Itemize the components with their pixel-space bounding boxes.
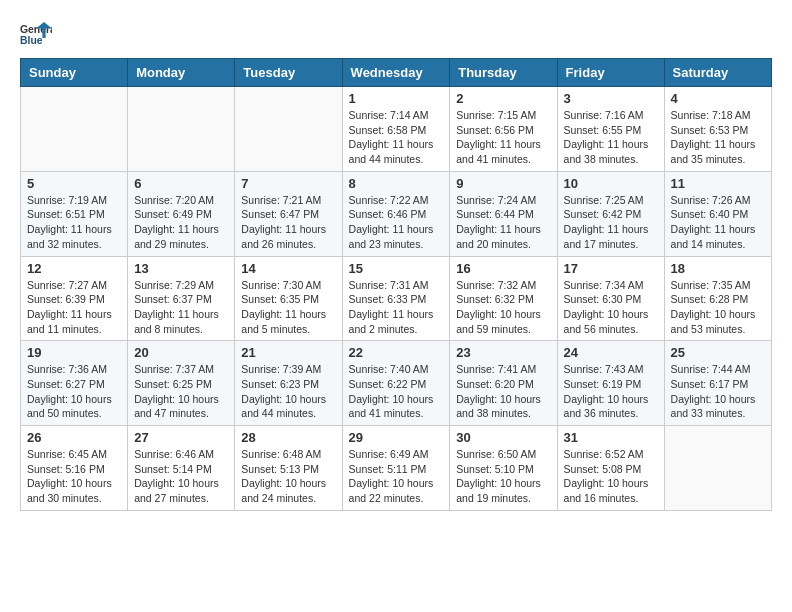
day-info: Sunrise: 7:25 AM Sunset: 6:42 PM Dayligh… [564,193,658,252]
calendar-cell: 15Sunrise: 7:31 AM Sunset: 6:33 PM Dayli… [342,256,450,341]
calendar-week-row: 1Sunrise: 7:14 AM Sunset: 6:58 PM Daylig… [21,87,772,172]
calendar-cell: 14Sunrise: 7:30 AM Sunset: 6:35 PM Dayli… [235,256,342,341]
day-number: 25 [671,345,765,360]
day-info: Sunrise: 7:36 AM Sunset: 6:27 PM Dayligh… [27,362,121,421]
calendar-cell: 19Sunrise: 7:36 AM Sunset: 6:27 PM Dayli… [21,341,128,426]
calendar-header-wednesday: Wednesday [342,59,450,87]
calendar-cell: 4Sunrise: 7:18 AM Sunset: 6:53 PM Daylig… [664,87,771,172]
day-number: 10 [564,176,658,191]
calendar-cell [128,87,235,172]
day-info: Sunrise: 7:16 AM Sunset: 6:55 PM Dayligh… [564,108,658,167]
svg-text:Blue: Blue [20,35,43,46]
calendar-cell: 22Sunrise: 7:40 AM Sunset: 6:22 PM Dayli… [342,341,450,426]
day-info: Sunrise: 7:14 AM Sunset: 6:58 PM Dayligh… [349,108,444,167]
day-number: 21 [241,345,335,360]
calendar-cell: 23Sunrise: 7:41 AM Sunset: 6:20 PM Dayli… [450,341,557,426]
day-number: 19 [27,345,121,360]
day-info: Sunrise: 7:40 AM Sunset: 6:22 PM Dayligh… [349,362,444,421]
day-number: 5 [27,176,121,191]
day-info: Sunrise: 7:22 AM Sunset: 6:46 PM Dayligh… [349,193,444,252]
calendar-cell [21,87,128,172]
day-info: Sunrise: 6:49 AM Sunset: 5:11 PM Dayligh… [349,447,444,506]
calendar-cell: 21Sunrise: 7:39 AM Sunset: 6:23 PM Dayli… [235,341,342,426]
day-info: Sunrise: 7:26 AM Sunset: 6:40 PM Dayligh… [671,193,765,252]
day-info: Sunrise: 7:34 AM Sunset: 6:30 PM Dayligh… [564,278,658,337]
calendar-cell: 13Sunrise: 7:29 AM Sunset: 6:37 PM Dayli… [128,256,235,341]
calendar-cell: 5Sunrise: 7:19 AM Sunset: 6:51 PM Daylig… [21,171,128,256]
day-info: Sunrise: 7:35 AM Sunset: 6:28 PM Dayligh… [671,278,765,337]
day-info: Sunrise: 6:48 AM Sunset: 5:13 PM Dayligh… [241,447,335,506]
calendar-week-row: 5Sunrise: 7:19 AM Sunset: 6:51 PM Daylig… [21,171,772,256]
calendar-cell: 28Sunrise: 6:48 AM Sunset: 5:13 PM Dayli… [235,426,342,511]
day-number: 22 [349,345,444,360]
day-info: Sunrise: 7:31 AM Sunset: 6:33 PM Dayligh… [349,278,444,337]
calendar-week-row: 26Sunrise: 6:45 AM Sunset: 5:16 PM Dayli… [21,426,772,511]
day-info: Sunrise: 7:20 AM Sunset: 6:49 PM Dayligh… [134,193,228,252]
day-number: 12 [27,261,121,276]
day-info: Sunrise: 7:39 AM Sunset: 6:23 PM Dayligh… [241,362,335,421]
day-info: Sunrise: 7:44 AM Sunset: 6:17 PM Dayligh… [671,362,765,421]
calendar-cell: 27Sunrise: 6:46 AM Sunset: 5:14 PM Dayli… [128,426,235,511]
day-info: Sunrise: 7:21 AM Sunset: 6:47 PM Dayligh… [241,193,335,252]
day-number: 20 [134,345,228,360]
calendar-cell: 20Sunrise: 7:37 AM Sunset: 6:25 PM Dayli… [128,341,235,426]
calendar-cell: 24Sunrise: 7:43 AM Sunset: 6:19 PM Dayli… [557,341,664,426]
calendar-cell: 11Sunrise: 7:26 AM Sunset: 6:40 PM Dayli… [664,171,771,256]
day-info: Sunrise: 7:18 AM Sunset: 6:53 PM Dayligh… [671,108,765,167]
calendar-header-friday: Friday [557,59,664,87]
day-info: Sunrise: 7:43 AM Sunset: 6:19 PM Dayligh… [564,362,658,421]
calendar-cell: 17Sunrise: 7:34 AM Sunset: 6:30 PM Dayli… [557,256,664,341]
day-number: 11 [671,176,765,191]
day-number: 6 [134,176,228,191]
day-info: Sunrise: 7:27 AM Sunset: 6:39 PM Dayligh… [27,278,121,337]
day-number: 24 [564,345,658,360]
day-number: 31 [564,430,658,445]
calendar-cell: 18Sunrise: 7:35 AM Sunset: 6:28 PM Dayli… [664,256,771,341]
calendar-cell: 31Sunrise: 6:52 AM Sunset: 5:08 PM Dayli… [557,426,664,511]
day-number: 14 [241,261,335,276]
calendar-cell: 9Sunrise: 7:24 AM Sunset: 6:44 PM Daylig… [450,171,557,256]
day-number: 2 [456,91,550,106]
day-number: 8 [349,176,444,191]
day-info: Sunrise: 7:15 AM Sunset: 6:56 PM Dayligh… [456,108,550,167]
day-number: 3 [564,91,658,106]
day-number: 26 [27,430,121,445]
day-info: Sunrise: 7:29 AM Sunset: 6:37 PM Dayligh… [134,278,228,337]
calendar-week-row: 12Sunrise: 7:27 AM Sunset: 6:39 PM Dayli… [21,256,772,341]
day-number: 13 [134,261,228,276]
calendar-cell [664,426,771,511]
calendar-header-monday: Monday [128,59,235,87]
calendar-cell: 26Sunrise: 6:45 AM Sunset: 5:16 PM Dayli… [21,426,128,511]
day-info: Sunrise: 7:37 AM Sunset: 6:25 PM Dayligh… [134,362,228,421]
calendar-cell: 16Sunrise: 7:32 AM Sunset: 6:32 PM Dayli… [450,256,557,341]
day-number: 1 [349,91,444,106]
calendar-header-thursday: Thursday [450,59,557,87]
day-number: 27 [134,430,228,445]
calendar-header-sunday: Sunday [21,59,128,87]
day-info: Sunrise: 7:41 AM Sunset: 6:20 PM Dayligh… [456,362,550,421]
calendar-header-saturday: Saturday [664,59,771,87]
calendar-cell: 2Sunrise: 7:15 AM Sunset: 6:56 PM Daylig… [450,87,557,172]
calendar-cell: 25Sunrise: 7:44 AM Sunset: 6:17 PM Dayli… [664,341,771,426]
day-number: 28 [241,430,335,445]
generalblue-icon: General Blue [20,20,52,48]
calendar-cell: 8Sunrise: 7:22 AM Sunset: 6:46 PM Daylig… [342,171,450,256]
day-number: 9 [456,176,550,191]
calendar-cell: 12Sunrise: 7:27 AM Sunset: 6:39 PM Dayli… [21,256,128,341]
calendar-cell: 1Sunrise: 7:14 AM Sunset: 6:58 PM Daylig… [342,87,450,172]
day-number: 18 [671,261,765,276]
day-number: 4 [671,91,765,106]
calendar-header-row: SundayMondayTuesdayWednesdayThursdayFrid… [21,59,772,87]
day-info: Sunrise: 6:52 AM Sunset: 5:08 PM Dayligh… [564,447,658,506]
day-number: 23 [456,345,550,360]
header: General Blue [20,20,772,48]
day-number: 17 [564,261,658,276]
calendar-cell: 10Sunrise: 7:25 AM Sunset: 6:42 PM Dayli… [557,171,664,256]
day-info: Sunrise: 6:45 AM Sunset: 5:16 PM Dayligh… [27,447,121,506]
logo: General Blue [20,20,52,48]
calendar-header-tuesday: Tuesday [235,59,342,87]
calendar-cell: 3Sunrise: 7:16 AM Sunset: 6:55 PM Daylig… [557,87,664,172]
day-number: 7 [241,176,335,191]
calendar-cell: 6Sunrise: 7:20 AM Sunset: 6:49 PM Daylig… [128,171,235,256]
day-info: Sunrise: 7:30 AM Sunset: 6:35 PM Dayligh… [241,278,335,337]
